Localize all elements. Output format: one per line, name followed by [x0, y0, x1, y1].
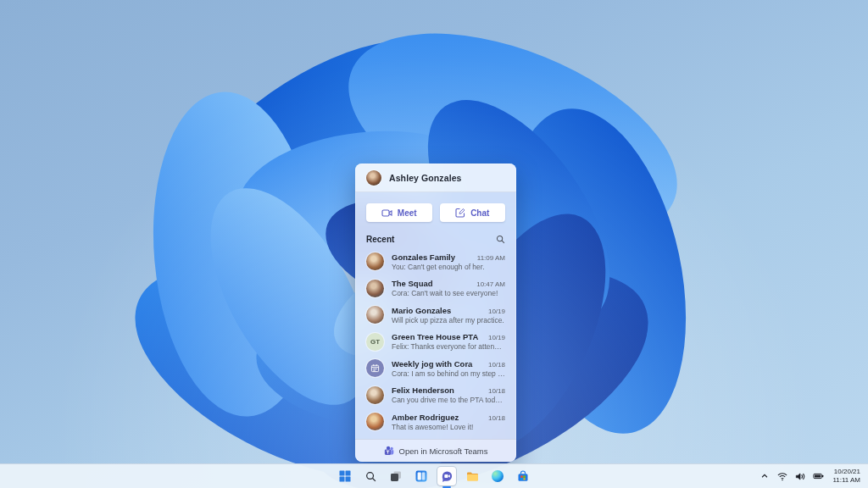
- user-name: Ashley Gonzales: [389, 173, 462, 183]
- search-icon[interactable]: [496, 235, 505, 244]
- chat-button-label: Chat: [470, 208, 489, 218]
- user-avatar[interactable]: [366, 170, 381, 186]
- microsoft-store-icon: [517, 470, 529, 482]
- meet-button-label: Meet: [398, 208, 417, 218]
- conversation-preview: Can you drive me to the PTA today?: [392, 396, 505, 404]
- conversation-avatar: [366, 386, 384, 404]
- conversation-name: Amber Rodriguez: [392, 413, 459, 422]
- taskbar-center-icons: [336, 467, 532, 485]
- conversation-avatar: [366, 306, 384, 324]
- widgets-icon: [415, 470, 427, 482]
- battery-icon[interactable]: [812, 467, 824, 485]
- conversation-time: 10:47 AM: [476, 280, 505, 288]
- conversation-time: 10/18: [488, 387, 505, 395]
- system-tray: 10/20/21 11:11 AM: [759, 464, 863, 488]
- conversation-row[interactable]: GT Green Tree House PTA 10/19 Felix: Tha…: [355, 329, 516, 356]
- conversation-avatar: GT: [366, 333, 384, 351]
- start-button[interactable]: [336, 467, 354, 485]
- chat-button[interactable]: Chat: [440, 203, 506, 222]
- task-view-icon: [390, 470, 402, 482]
- conversation-preview: Will pick up pizza after my practice.: [392, 316, 505, 324]
- compose-icon: [455, 208, 465, 218]
- recent-label: Recent: [366, 235, 394, 244]
- conversation-preview: That is awesome! Love it!: [392, 423, 505, 431]
- taskbar: 10/20/21 11:11 AM: [0, 463, 868, 488]
- microsoft-store-button[interactable]: [514, 467, 532, 485]
- conversation-preview: Felix: Thanks everyone for attending tod…: [392, 342, 505, 351]
- tray-date: 10/20/21: [834, 468, 860, 476]
- conversation-name: Weekly jog with Cora: [392, 359, 472, 369]
- teams-logo-icon: [384, 446, 394, 456]
- video-camera-icon: [381, 208, 392, 218]
- task-view-button[interactable]: [387, 467, 405, 485]
- open-in-teams-label: Open in Microsoft Teams: [399, 446, 488, 456]
- chat-action-row: Meet Chat: [366, 203, 505, 222]
- teams-chat-flyout: Ashley Gonzales Meet Chat Recent: [355, 164, 516, 462]
- chat-button-taskbar[interactable]: [437, 467, 456, 485]
- conversation-row[interactable]: Weekly jog with Cora 10/18 Cora: I am so…: [355, 355, 516, 382]
- chat-panel-header: Ashley Gonzales: [355, 164, 516, 192]
- conversation-time: 10/19: [488, 308, 505, 315]
- search-icon: [365, 471, 376, 482]
- conversation-time: 11:09 AM: [477, 254, 505, 262]
- conversation-avatar: [366, 252, 384, 270]
- conversation-row[interactable]: Amber Rodriguez 10/18 That is awesome! L…: [355, 408, 516, 435]
- tray-time: 11:11 AM: [832, 476, 860, 485]
- conversation-row[interactable]: Felix Henderson 10/18 Can you drive me t…: [355, 382, 516, 409]
- windows-logo-icon: [339, 470, 351, 482]
- wifi-icon[interactable]: [776, 467, 788, 485]
- conversation-name: Green Tree House PTA: [392, 332, 478, 341]
- taskbar-clock[interactable]: 10/20/21 11:11 AM: [830, 467, 863, 485]
- conversation-name: Mario Gonzales: [392, 306, 451, 315]
- conversation-avatar: [366, 413, 384, 430]
- search-button[interactable]: [361, 467, 380, 485]
- conversation-list: Gonzales Family 11:09 AM You: Can't get …: [355, 248, 516, 439]
- conversation-name: Gonzales Family: [392, 252, 455, 262]
- edge-browser-icon: [492, 470, 504, 482]
- widgets-button[interactable]: [412, 467, 431, 485]
- tray-chevron-up-icon[interactable]: [759, 467, 771, 485]
- avatar-calendar-icon: [366, 359, 384, 377]
- conversation-name: Felix Henderson: [392, 385, 454, 395]
- open-in-teams-button[interactable]: Open in Microsoft Teams: [355, 439, 516, 462]
- conversation-preview: You: Can't get enough of her.: [392, 263, 505, 271]
- teams-chat-icon: [441, 470, 453, 483]
- meet-button[interactable]: Meet: [366, 203, 432, 222]
- volume-icon[interactable]: [794, 467, 806, 485]
- conversation-time: 10/18: [488, 414, 505, 422]
- conversation-name: The Squad: [392, 279, 433, 288]
- recent-header-row: Recent: [366, 235, 505, 244]
- file-explorer-button[interactable]: [463, 467, 481, 485]
- conversation-preview: Cora: Can't wait to see everyone!: [392, 289, 505, 297]
- avatar-initials: GT: [370, 338, 380, 346]
- conversation-preview: Cora: I am so behind on my step goals.: [392, 369, 505, 378]
- edge-button[interactable]: [488, 467, 507, 485]
- conversation-time: 10/19: [488, 334, 505, 341]
- conversation-row[interactable]: The Squad 10:47 AM Cora: Can't wait to s…: [355, 275, 516, 302]
- conversation-row[interactable]: Mario Gonzales 10/19 Will pick up pizza …: [355, 302, 516, 329]
- conversation-avatar: [366, 280, 384, 297]
- conversation-row[interactable]: Gonzales Family 11:09 AM You: Can't get …: [355, 248, 516, 275]
- folder-icon: [466, 471, 479, 482]
- conversation-time: 10/18: [488, 361, 505, 369]
